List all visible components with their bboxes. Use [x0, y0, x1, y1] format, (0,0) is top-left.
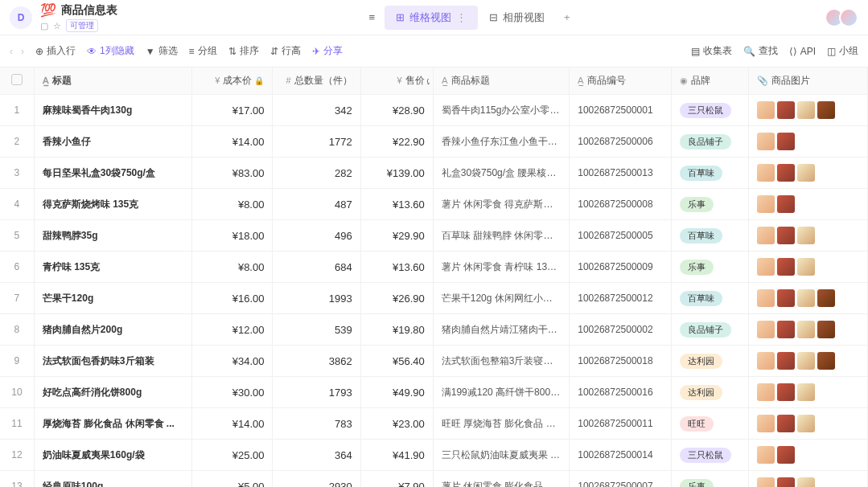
cell-qty[interactable]: 364: [273, 440, 360, 471]
cell-title[interactable]: 厚烧海苔 膨化食品 休闲零食 ...: [34, 408, 191, 440]
filter-button[interactable]: ▼筛选: [146, 44, 178, 58]
table-row[interactable]: 7芒果干120g¥16.001993¥26.90芒果干120g 休闲网红小吃水.…: [0, 283, 868, 314]
image-thumb[interactable]: [757, 415, 775, 432]
image-thumb[interactable]: [757, 258, 775, 276]
cell-images[interactable]: [748, 158, 867, 189]
cell-title[interactable]: 每日坚果礼盒30袋750g/盒: [34, 158, 191, 189]
cell-qty[interactable]: 282: [273, 158, 360, 189]
cell-title[interactable]: 芒果干120g: [34, 283, 191, 314]
checkbox-icon[interactable]: [11, 74, 23, 85]
image-thumb[interactable]: [777, 258, 795, 276]
cell-qty[interactable]: 3862: [273, 346, 360, 377]
image-thumb[interactable]: [757, 227, 775, 244]
cell-brand[interactable]: 达利园: [672, 377, 748, 408]
image-thumb[interactable]: [777, 352, 795, 370]
header-image[interactable]: 📎商品图片: [748, 68, 867, 95]
header-ptitle[interactable]: A̲商品标题: [433, 68, 569, 95]
cell-brand[interactable]: 达利园: [672, 346, 748, 377]
row-height-button[interactable]: ⇵行高: [270, 44, 301, 58]
cell-title[interactable]: 香辣小鱼仔: [34, 126, 191, 158]
cell-qty[interactable]: 1772: [273, 126, 360, 158]
cell-price[interactable]: ¥41.90: [360, 440, 433, 471]
cell-price[interactable]: ¥29.90: [360, 220, 433, 252]
table-row[interactable]: 10好吃点高纤消化饼800g¥30.001793¥49.90满199减120 高…: [0, 377, 868, 408]
cell-brand[interactable]: 百草味: [672, 220, 748, 252]
table-row[interactable]: 8猪肉脯自然片200g¥12.00539¥19.80猪肉脯自然片靖江猪肉干肉..…: [0, 314, 868, 346]
cell-product-title[interactable]: 薯片 休闲零食 膨化食品 美国...: [433, 471, 569, 488]
cell-brand[interactable]: 良品铺子: [672, 126, 748, 158]
image-thumb[interactable]: [797, 321, 815, 338]
table-row[interactable]: 2香辣小鱼仔¥14.001772¥22.90香辣小鱼仔东江鱼小鱼干即...100…: [0, 126, 868, 158]
header-price[interactable]: ¥售价⤹: [360, 68, 433, 95]
api-button[interactable]: ⟨⟩API: [789, 44, 816, 58]
image-thumb[interactable]: [757, 446, 775, 464]
cell-qty[interactable]: 496: [273, 220, 360, 252]
table-row[interactable]: 6青柠味 135克¥8.00684¥13.60薯片 休闲零食 青柠味 135克1…: [0, 252, 868, 283]
cell-product-title[interactable]: 猪肉脯自然片靖江猪肉干肉...: [433, 314, 569, 346]
view-tab-grid[interactable]: ⊞ 维格视图 ⋮: [385, 6, 478, 30]
collect-form-button[interactable]: ▤收集表: [691, 44, 732, 58]
cell-product-title[interactable]: 芒果干120g 休闲网红小吃水...: [433, 283, 569, 314]
cell-title[interactable]: 奶油味夏威夷果160g/袋: [34, 440, 191, 471]
image-thumb[interactable]: [817, 352, 835, 370]
cell-images[interactable]: [748, 471, 867, 488]
cell-code[interactable]: 10026872500002: [570, 314, 672, 346]
table-row[interactable]: 4得克萨斯烧烤味 135克¥8.00487¥13.60薯片 休闲零食 得克萨斯烧…: [0, 189, 868, 220]
image-thumb[interactable]: [797, 101, 815, 119]
search-button[interactable]: 🔍查找: [743, 44, 778, 58]
image-thumb[interactable]: [777, 195, 795, 213]
cell-cost[interactable]: ¥8.00: [191, 189, 273, 220]
cell-product-title[interactable]: 礼盒30袋750g/盒 腰果核桃...: [433, 158, 569, 189]
table-row[interactable]: 5甜辣鸭脖35g¥18.00496¥29.90百草味 甜辣鸭脖 休闲零食特...…: [0, 220, 868, 252]
star-icon[interactable]: ☆: [53, 21, 61, 31]
cell-code[interactable]: 10026872500006: [570, 126, 672, 158]
cell-cost[interactable]: ¥14.00: [191, 408, 273, 440]
image-thumb[interactable]: [797, 415, 815, 432]
cell-images[interactable]: [748, 189, 867, 220]
cell-images[interactable]: [748, 346, 867, 377]
cell-price[interactable]: ¥13.60: [360, 252, 433, 283]
cell-code[interactable]: 10026872500011: [570, 408, 672, 440]
image-thumb[interactable]: [797, 352, 815, 370]
cell-price[interactable]: ¥28.90: [360, 95, 433, 126]
cell-images[interactable]: [748, 126, 867, 158]
header-code[interactable]: A̲商品编号: [570, 68, 672, 95]
header-qty[interactable]: #总数量（件）: [273, 68, 360, 95]
cell-images[interactable]: [748, 440, 867, 471]
cell-code[interactable]: 10026872500008: [570, 189, 672, 220]
page-title[interactable]: 商品信息表: [61, 3, 117, 18]
image-thumb[interactable]: [797, 258, 815, 276]
cell-code[interactable]: 10026872500016: [570, 377, 672, 408]
cell-brand[interactable]: 乐事: [672, 252, 748, 283]
header-brand[interactable]: ◉品牌: [672, 68, 748, 95]
avatars[interactable]: [829, 8, 858, 27]
table-row[interactable]: 1麻辣味蜀香牛肉130g¥17.00342¥28.90蜀香牛肉115g办公室小零…: [0, 95, 868, 126]
image-thumb[interactable]: [757, 164, 775, 182]
image-thumb[interactable]: [817, 289, 835, 307]
cell-cost[interactable]: ¥16.00: [191, 283, 273, 314]
cell-images[interactable]: [748, 283, 867, 314]
cell-qty[interactable]: 539: [273, 314, 360, 346]
cell-price[interactable]: ¥13.60: [360, 189, 433, 220]
cell-price[interactable]: ¥49.90: [360, 377, 433, 408]
image-thumb[interactable]: [797, 289, 815, 307]
group-button[interactable]: ≡分组: [189, 44, 217, 58]
cell-qty[interactable]: 1993: [273, 283, 360, 314]
table-row[interactable]: 11厚烧海苔 膨化食品 休闲零食 ...¥14.00783¥23.00旺旺 厚烧…: [0, 408, 868, 440]
image-thumb[interactable]: [777, 227, 795, 244]
app-logo[interactable]: D: [10, 6, 32, 29]
cell-code[interactable]: 10026872500018: [570, 346, 672, 377]
cell-code[interactable]: 10026872500012: [570, 283, 672, 314]
image-thumb[interactable]: [777, 383, 795, 401]
cell-cost[interactable]: ¥30.00: [191, 377, 273, 408]
cell-brand[interactable]: 乐事: [672, 471, 748, 488]
cell-title[interactable]: 法式软面包香奶味3斤箱装: [34, 346, 191, 377]
cell-cost[interactable]: ¥12.00: [191, 314, 273, 346]
cell-qty[interactable]: 684: [273, 252, 360, 283]
cell-qty[interactable]: 2930: [273, 471, 360, 488]
cell-brand[interactable]: 三只松鼠: [672, 95, 748, 126]
view-tab-gallery[interactable]: ⊟ 相册视图: [478, 6, 556, 30]
cell-product-title[interactable]: 蜀香牛肉115g办公室小零食...: [433, 95, 569, 126]
sort-button[interactable]: ⇅排序: [228, 44, 259, 58]
view-tab-more-icon[interactable]: ⋮: [456, 11, 467, 23]
